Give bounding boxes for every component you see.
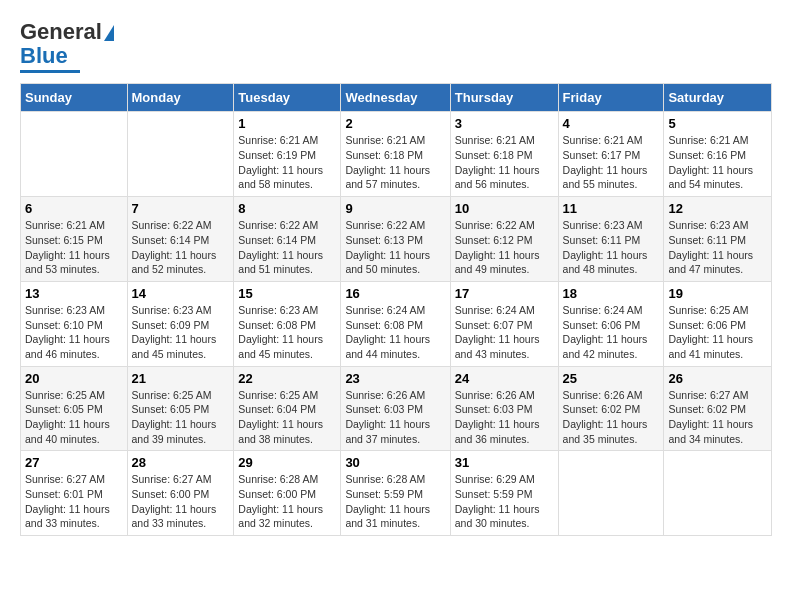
day-info: Sunrise: 6:21 AMSunset: 6:15 PMDaylight:…: [25, 218, 123, 277]
calendar-cell: 12Sunrise: 6:23 AMSunset: 6:11 PMDayligh…: [664, 197, 772, 282]
calendar-cell: 23Sunrise: 6:26 AMSunset: 6:03 PMDayligh…: [341, 366, 450, 451]
logo: General Blue: [20, 20, 114, 73]
day-number: 31: [455, 455, 554, 470]
day-info: Sunrise: 6:23 AMSunset: 6:10 PMDaylight:…: [25, 303, 123, 362]
col-wednesday: Wednesday: [341, 84, 450, 112]
calendar-cell: [664, 451, 772, 536]
day-number: 25: [563, 371, 660, 386]
day-number: 29: [238, 455, 336, 470]
calendar-week-5: 27Sunrise: 6:27 AMSunset: 6:01 PMDayligh…: [21, 451, 772, 536]
day-number: 4: [563, 116, 660, 131]
day-number: 14: [132, 286, 230, 301]
day-info: Sunrise: 6:22 AMSunset: 6:13 PMDaylight:…: [345, 218, 445, 277]
calendar-cell: 3Sunrise: 6:21 AMSunset: 6:18 PMDaylight…: [450, 112, 558, 197]
day-number: 1: [238, 116, 336, 131]
day-info: Sunrise: 6:27 AMSunset: 6:02 PMDaylight:…: [668, 388, 767, 447]
calendar-cell: 27Sunrise: 6:27 AMSunset: 6:01 PMDayligh…: [21, 451, 128, 536]
calendar-cell: 19Sunrise: 6:25 AMSunset: 6:06 PMDayligh…: [664, 281, 772, 366]
calendar-cell: 30Sunrise: 6:28 AMSunset: 5:59 PMDayligh…: [341, 451, 450, 536]
day-number: 24: [455, 371, 554, 386]
logo-underline: [20, 70, 80, 73]
calendar-cell: 20Sunrise: 6:25 AMSunset: 6:05 PMDayligh…: [21, 366, 128, 451]
calendar-cell: 5Sunrise: 6:21 AMSunset: 6:16 PMDaylight…: [664, 112, 772, 197]
day-number: 28: [132, 455, 230, 470]
day-info: Sunrise: 6:26 AMSunset: 6:03 PMDaylight:…: [455, 388, 554, 447]
calendar-cell: 10Sunrise: 6:22 AMSunset: 6:12 PMDayligh…: [450, 197, 558, 282]
day-info: Sunrise: 6:26 AMSunset: 6:03 PMDaylight:…: [345, 388, 445, 447]
day-number: 26: [668, 371, 767, 386]
day-number: 7: [132, 201, 230, 216]
calendar-cell: 6Sunrise: 6:21 AMSunset: 6:15 PMDaylight…: [21, 197, 128, 282]
day-info: Sunrise: 6:23 AMSunset: 6:11 PMDaylight:…: [668, 218, 767, 277]
calendar-cell: 29Sunrise: 6:28 AMSunset: 6:00 PMDayligh…: [234, 451, 341, 536]
day-info: Sunrise: 6:21 AMSunset: 6:18 PMDaylight:…: [455, 133, 554, 192]
day-number: 6: [25, 201, 123, 216]
calendar-cell: [21, 112, 128, 197]
day-info: Sunrise: 6:21 AMSunset: 6:16 PMDaylight:…: [668, 133, 767, 192]
day-number: 10: [455, 201, 554, 216]
day-info: Sunrise: 6:25 AMSunset: 6:06 PMDaylight:…: [668, 303, 767, 362]
day-number: 11: [563, 201, 660, 216]
day-info: Sunrise: 6:24 AMSunset: 6:08 PMDaylight:…: [345, 303, 445, 362]
col-saturday: Saturday: [664, 84, 772, 112]
calendar-cell: 4Sunrise: 6:21 AMSunset: 6:17 PMDaylight…: [558, 112, 664, 197]
calendar-cell: 28Sunrise: 6:27 AMSunset: 6:00 PMDayligh…: [127, 451, 234, 536]
day-info: Sunrise: 6:21 AMSunset: 6:17 PMDaylight:…: [563, 133, 660, 192]
logo-text: General: [20, 20, 114, 44]
day-info: Sunrise: 6:29 AMSunset: 5:59 PMDaylight:…: [455, 472, 554, 531]
day-number: 19: [668, 286, 767, 301]
calendar-cell: 1Sunrise: 6:21 AMSunset: 6:19 PMDaylight…: [234, 112, 341, 197]
calendar-cell: 16Sunrise: 6:24 AMSunset: 6:08 PMDayligh…: [341, 281, 450, 366]
logo-blue: Blue: [20, 44, 68, 68]
day-info: Sunrise: 6:26 AMSunset: 6:02 PMDaylight:…: [563, 388, 660, 447]
day-info: Sunrise: 6:23 AMSunset: 6:11 PMDaylight:…: [563, 218, 660, 277]
calendar-cell: 8Sunrise: 6:22 AMSunset: 6:14 PMDaylight…: [234, 197, 341, 282]
calendar-cell: 9Sunrise: 6:22 AMSunset: 6:13 PMDaylight…: [341, 197, 450, 282]
day-info: Sunrise: 6:21 AMSunset: 6:19 PMDaylight:…: [238, 133, 336, 192]
day-info: Sunrise: 6:27 AMSunset: 6:01 PMDaylight:…: [25, 472, 123, 531]
day-number: 15: [238, 286, 336, 301]
day-number: 8: [238, 201, 336, 216]
day-info: Sunrise: 6:23 AMSunset: 6:09 PMDaylight:…: [132, 303, 230, 362]
col-friday: Friday: [558, 84, 664, 112]
day-number: 27: [25, 455, 123, 470]
day-info: Sunrise: 6:23 AMSunset: 6:08 PMDaylight:…: [238, 303, 336, 362]
day-info: Sunrise: 6:24 AMSunset: 6:06 PMDaylight:…: [563, 303, 660, 362]
day-info: Sunrise: 6:28 AMSunset: 6:00 PMDaylight:…: [238, 472, 336, 531]
day-info: Sunrise: 6:21 AMSunset: 6:18 PMDaylight:…: [345, 133, 445, 192]
col-thursday: Thursday: [450, 84, 558, 112]
calendar-cell: 17Sunrise: 6:24 AMSunset: 6:07 PMDayligh…: [450, 281, 558, 366]
day-number: 3: [455, 116, 554, 131]
day-info: Sunrise: 6:25 AMSunset: 6:05 PMDaylight:…: [25, 388, 123, 447]
calendar-week-2: 6Sunrise: 6:21 AMSunset: 6:15 PMDaylight…: [21, 197, 772, 282]
day-info: Sunrise: 6:22 AMSunset: 6:12 PMDaylight:…: [455, 218, 554, 277]
day-number: 30: [345, 455, 445, 470]
calendar-cell: 31Sunrise: 6:29 AMSunset: 5:59 PMDayligh…: [450, 451, 558, 536]
calendar-cell: 15Sunrise: 6:23 AMSunset: 6:08 PMDayligh…: [234, 281, 341, 366]
day-number: 5: [668, 116, 767, 131]
day-info: Sunrise: 6:27 AMSunset: 6:00 PMDaylight:…: [132, 472, 230, 531]
day-info: Sunrise: 6:25 AMSunset: 6:04 PMDaylight:…: [238, 388, 336, 447]
calendar-cell: 21Sunrise: 6:25 AMSunset: 6:05 PMDayligh…: [127, 366, 234, 451]
day-number: 20: [25, 371, 123, 386]
day-number: 23: [345, 371, 445, 386]
calendar-week-1: 1Sunrise: 6:21 AMSunset: 6:19 PMDaylight…: [21, 112, 772, 197]
day-info: Sunrise: 6:22 AMSunset: 6:14 PMDaylight:…: [238, 218, 336, 277]
day-info: Sunrise: 6:22 AMSunset: 6:14 PMDaylight:…: [132, 218, 230, 277]
calendar-cell: 22Sunrise: 6:25 AMSunset: 6:04 PMDayligh…: [234, 366, 341, 451]
calendar-cell: [558, 451, 664, 536]
day-number: 22: [238, 371, 336, 386]
day-info: Sunrise: 6:25 AMSunset: 6:05 PMDaylight:…: [132, 388, 230, 447]
calendar-cell: 13Sunrise: 6:23 AMSunset: 6:10 PMDayligh…: [21, 281, 128, 366]
day-info: Sunrise: 6:24 AMSunset: 6:07 PMDaylight:…: [455, 303, 554, 362]
calendar-table: Sunday Monday Tuesday Wednesday Thursday…: [20, 83, 772, 536]
day-number: 18: [563, 286, 660, 301]
day-info: Sunrise: 6:28 AMSunset: 5:59 PMDaylight:…: [345, 472, 445, 531]
day-number: 9: [345, 201, 445, 216]
day-number: 16: [345, 286, 445, 301]
day-number: 21: [132, 371, 230, 386]
col-monday: Monday: [127, 84, 234, 112]
col-sunday: Sunday: [21, 84, 128, 112]
calendar-cell: 11Sunrise: 6:23 AMSunset: 6:11 PMDayligh…: [558, 197, 664, 282]
day-number: 17: [455, 286, 554, 301]
